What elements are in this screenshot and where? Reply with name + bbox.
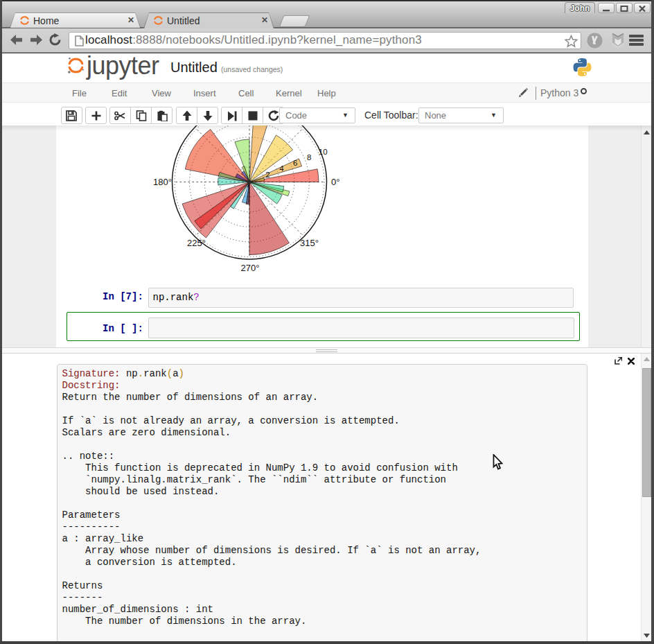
svg-text:180°: 180° — [153, 177, 172, 187]
svg-text:6: 6 — [293, 159, 297, 167]
svg-text:0°: 0° — [331, 177, 339, 187]
svg-text:315°: 315° — [300, 238, 319, 248]
svg-text:10: 10 — [319, 148, 328, 156]
svg-text:8: 8 — [307, 153, 311, 162]
svg-text:2: 2 — [265, 171, 269, 179]
svg-text:4: 4 — [279, 164, 284, 173]
svg-text:270°: 270° — [241, 263, 260, 273]
svg-text:225°: 225° — [187, 238, 206, 248]
